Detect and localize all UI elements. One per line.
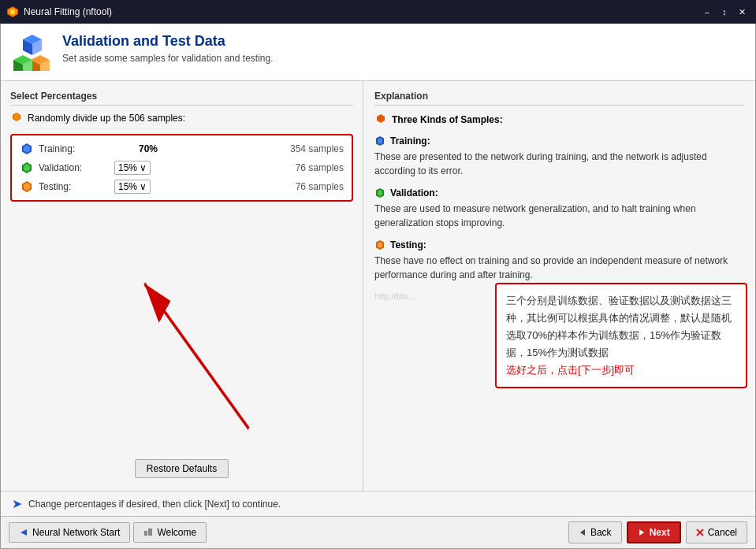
- exp-training-title: Training:: [374, 135, 744, 147]
- welcome-button[interactable]: Welcome: [133, 522, 207, 543]
- left-panel: Select Percentages Randomly divide up th…: [1, 81, 363, 491]
- left-panel-title: Select Percentages: [10, 91, 353, 106]
- testing-row: Testing: 15% ∨ 76 samples: [20, 180, 344, 194]
- exp-testing-title: Testing:: [374, 239, 744, 250]
- testing-icon: [20, 180, 34, 194]
- next-button[interactable]: Next: [627, 521, 681, 543]
- neural-network-start-button[interactable]: Neural Network Start: [9, 522, 130, 543]
- explanation-title: Explanation: [374, 91, 744, 106]
- exp-training-text: These are presented to the network durin…: [374, 150, 744, 178]
- exp-validation-text: These are used to measure network genera…: [374, 202, 744, 230]
- restore-defaults-button[interactable]: Restore Defaults: [135, 459, 229, 478]
- testing-samples: 76 samples: [296, 181, 344, 192]
- back-button[interactable]: Back: [568, 521, 622, 543]
- back-icon: [579, 529, 587, 536]
- cancel-icon: [696, 529, 704, 536]
- exp-training: Training: These are presented to the net…: [374, 135, 744, 178]
- svg-line-21: [144, 284, 248, 428]
- training-value: 70%: [114, 143, 158, 154]
- next-icon: [638, 529, 646, 536]
- arrow-area: [10, 211, 353, 453]
- header-text: Validation and Test Data Set aside some …: [62, 33, 273, 64]
- training-samples: 354 samples: [290, 143, 344, 154]
- window-controls: – ↕ ✕: [699, 4, 750, 20]
- page-subtitle: Set aside some samples for validation an…: [62, 53, 273, 64]
- cancel-button[interactable]: Cancel: [686, 521, 747, 543]
- validation-icon: [20, 161, 34, 175]
- window-content: Validation and Test Data Set aside some …: [0, 24, 756, 549]
- annotation-text1: 三个分别是训练数据、验证数据以及测试数据这三种，其比例可以根据具体的情况调整，默…: [506, 295, 732, 358]
- footer-right: Back Next Cancel: [568, 521, 747, 543]
- svg-rect-30: [144, 531, 147, 536]
- page-title: Validation and Test Data: [62, 33, 273, 50]
- samples-info: Randomly divide up the 506 samples:: [10, 112, 353, 124]
- svg-marker-22: [377, 114, 385, 123]
- svg-marker-33: [639, 529, 644, 536]
- svg-marker-32: [580, 529, 585, 536]
- restore-button[interactable]: ↕: [717, 4, 732, 20]
- three-kinds-icon: [374, 113, 387, 126]
- restore-btn-area: Restore Defaults: [10, 453, 353, 481]
- highlight-box: Training: 70% 354 samples Validation:: [10, 134, 353, 202]
- exp-validation-icon: [374, 187, 385, 198]
- body-area: Select Percentages Randomly divide up th…: [1, 81, 755, 491]
- close-button[interactable]: ✕: [734, 4, 750, 20]
- exp-testing: Testing: These have no effect on trainin…: [374, 239, 744, 282]
- neural-start-icon: [19, 528, 28, 537]
- footer-left: Neural Network Start Welcome: [9, 522, 207, 543]
- info-bar: ➤ Change percentages if desired, then cl…: [1, 491, 755, 516]
- three-kinds-title: Three Kinds of Samples:: [374, 113, 744, 126]
- footer-bar: Neural Network Start Welcome Back: [1, 516, 755, 548]
- testing-label: Testing:: [39, 181, 110, 192]
- minimize-button[interactable]: –: [699, 4, 715, 20]
- app-icon: [6, 6, 19, 18]
- samples-icon: [10, 112, 23, 124]
- training-row: Training: 70% 354 samples: [20, 142, 344, 156]
- welcome-icon: [143, 528, 153, 537]
- validation-samples: 76 samples: [296, 162, 344, 173]
- validation-select[interactable]: 15% ∨: [114, 161, 151, 175]
- annotation-text2: 选好之后，点击[下一步]即可: [506, 364, 635, 376]
- exp-validation: Validation: These are used to measure ne…: [374, 187, 744, 230]
- training-label: Training:: [39, 143, 110, 154]
- annotation-box: 三个分别是训练数据、验证数据以及测试数据这三种，其比例可以根据具体的情况调整，默…: [495, 283, 747, 388]
- samples-label: Randomly divide up the 506 samples:: [28, 113, 185, 124]
- exp-three-kinds: Three Kinds of Samples:: [374, 113, 744, 126]
- exp-testing-icon: [374, 239, 385, 250]
- training-icon: [20, 142, 34, 156]
- validation-label: Validation:: [39, 162, 110, 173]
- svg-point-2: [10, 9, 15, 14]
- svg-marker-29: [20, 529, 27, 536]
- header-icon: [13, 33, 51, 71]
- exp-training-icon: [374, 135, 385, 147]
- testing-select-value: 15% ∨: [118, 181, 147, 192]
- info-arrow-icon: ➤: [12, 496, 22, 511]
- exp-testing-text: These have no effect on training and so …: [374, 254, 744, 282]
- annotation-arrow: [10, 211, 353, 453]
- validation-row: Validation: 15% ∨ 76 samples: [20, 161, 344, 175]
- title-bar-left: Neural Fitting (nftool): [6, 6, 112, 18]
- exp-validation-title: Validation:: [374, 187, 744, 198]
- testing-select[interactable]: 15% ∨: [114, 180, 151, 194]
- info-text: Change percentages if desired, then clic…: [28, 499, 281, 510]
- header-section: Validation and Test Data Set aside some …: [1, 24, 755, 81]
- validation-select-value: 15% ∨: [118, 162, 147, 173]
- svg-rect-31: [148, 529, 152, 536]
- title-text: Neural Fitting (nftool): [24, 6, 112, 17]
- title-bar: Neural Fitting (nftool) – ↕ ✕: [0, 0, 756, 24]
